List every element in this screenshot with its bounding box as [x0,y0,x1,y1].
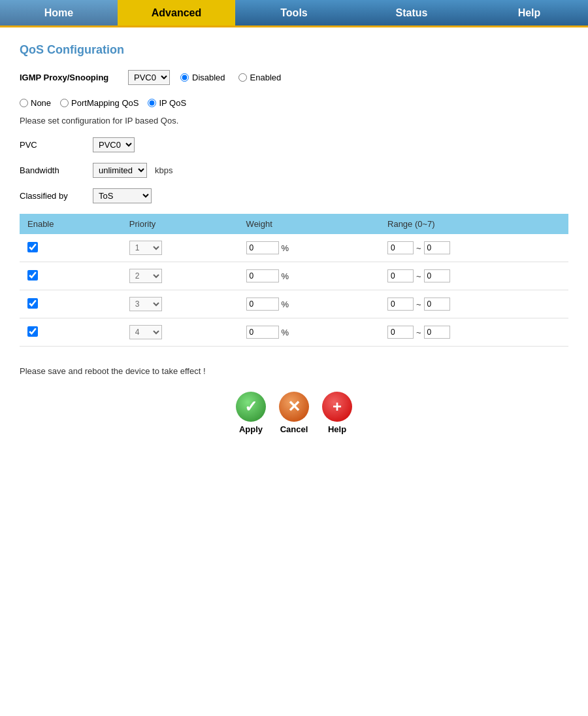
nav-tools[interactable]: Tools [235,0,353,26]
col-enable: Enable [20,214,122,234]
row-priority-select-2[interactable]: 2 1 2 3 4 [129,269,162,283]
bandwidth-label: Bandwidth [20,165,85,175]
row-range-from-4[interactable] [387,326,414,339]
cancel-icon: ✕ [279,392,309,422]
qos-portmapping-option[interactable]: PortMapping QoS [60,98,139,108]
row-range-from-1[interactable] [387,241,414,254]
row-range-to-1[interactable] [424,241,450,254]
row-weight-input-2[interactable] [246,269,279,282]
col-range: Range (0~7) [380,214,568,234]
row-enable-checkbox-2[interactable] [27,270,38,281]
row-range-to-2[interactable] [424,269,450,282]
qos-none-label: None [31,98,51,108]
percent-label-4: % [282,328,289,337]
nav-advanced[interactable]: Advanced [118,0,235,26]
qos-ipqos-label: IP QoS [159,98,186,108]
igmp-label: IGMP Proxy/Snooping [20,73,118,82]
row-range-from-3[interactable] [387,298,414,311]
row-priority-select-1[interactable]: 1 1 2 3 4 [129,241,162,255]
qos-portmapping-label: PortMapping QoS [71,98,139,108]
nav-status[interactable]: Status [353,0,470,26]
row-enable-checkbox-4[interactable] [27,326,38,337]
button-row: ✓ Apply ✕ Cancel + Help [20,392,568,434]
tilde-1: ~ [416,243,421,253]
igmp-enabled-label: Enabled [250,73,282,82]
qos-portmapping-radio[interactable] [60,99,69,107]
igmp-disabled-option[interactable]: Disabled [180,73,225,82]
igmp-radio-group: Disabled Enabled [180,73,281,82]
pvc-select[interactable]: PVC0 PVC1 PVC2 [93,137,135,152]
table-row: 4 1 2 3 4 % ~ [20,318,568,347]
nav-help[interactable]: Help [470,0,588,26]
igmp-pvc-select[interactable]: PVC0 PVC1 [128,70,170,85]
igmp-enabled-option[interactable]: Enabled [238,73,282,82]
classified-by-select[interactable]: ToS DSCP 802.1p [93,188,152,203]
tilde-3: ~ [416,299,421,309]
igmp-disabled-radio[interactable] [180,73,189,82]
table-row: 1 1 2 3 4 % ~ [20,234,568,262]
page-title: QoS Configuration [20,43,568,57]
row-range-to-4[interactable] [424,326,450,339]
igmp-row: IGMP Proxy/Snooping PVC0 PVC1 Disabled E… [20,70,568,85]
igmp-disabled-label: Disabled [192,73,225,82]
table-row: 2 1 2 3 4 % ~ [20,262,568,290]
classified-by-row: Classified by ToS DSCP 802.1p [20,188,568,203]
row-priority-select-3[interactable]: 3 1 2 3 4 [129,297,162,311]
apply-button[interactable]: ✓ Apply [236,392,266,434]
nav-home[interactable]: Home [0,0,118,26]
tilde-2: ~ [416,271,421,281]
row-weight-input-3[interactable] [246,298,279,311]
col-weight: Weight [238,214,380,234]
save-note: Please save and reboot the device to tak… [20,366,568,376]
help-button[interactable]: + Help [322,392,352,434]
pvc-row: PVC PVC0 PVC1 PVC2 [20,137,568,152]
cancel-label: Cancel [280,424,308,434]
pvc-label: PVC [20,140,85,150]
row-weight-input-1[interactable] [246,241,279,254]
apply-icon: ✓ [236,392,266,422]
cancel-button[interactable]: ✕ Cancel [279,392,309,434]
qos-none-radio[interactable] [20,99,28,107]
help-icon: + [322,392,352,422]
row-enable-checkbox-1[interactable] [27,242,38,252]
navbar: Home Advanced Tools Status Help [0,0,588,27]
percent-label-3: % [282,299,289,309]
qos-table: Enable Priority Weight Range (0~7) 1 1 2… [20,214,568,347]
bandwidth-select[interactable]: unlimited 128 256 512 [93,163,147,178]
main-content: QoS Configuration IGMP Proxy/Snooping PV… [0,27,588,450]
percent-label-1: % [282,243,289,253]
table-row: 3 1 2 3 4 % ~ [20,290,568,318]
col-priority: Priority [122,214,238,234]
apply-label: Apply [239,424,263,434]
row-range-to-3[interactable] [424,298,450,311]
info-text: Please set configuration for IP based Qo… [20,116,568,126]
row-enable-checkbox-3[interactable] [27,298,38,309]
bandwidth-row: Bandwidth unlimited 128 256 512 kbps [20,163,568,178]
row-range-from-2[interactable] [387,269,414,282]
help-label: Help [328,424,346,434]
qos-ipqos-option[interactable]: IP QoS [148,98,186,108]
igmp-enabled-radio[interactable] [238,73,247,82]
qos-mode-row: None PortMapping QoS IP QoS [20,98,568,108]
tilde-4: ~ [416,328,421,337]
classified-by-label: Classified by [20,191,85,201]
percent-label-2: % [282,271,289,281]
qos-none-option[interactable]: None [20,98,51,108]
row-priority-select-4[interactable]: 4 1 2 3 4 [129,325,162,339]
qos-ipqos-radio[interactable] [148,99,156,107]
row-weight-input-4[interactable] [246,326,279,339]
bandwidth-unit: kbps [155,165,172,175]
